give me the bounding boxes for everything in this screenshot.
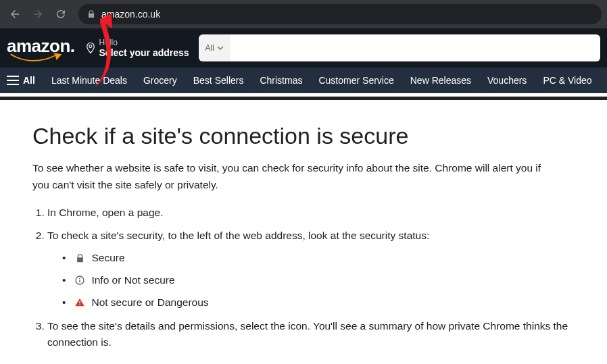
nav-pc-video[interactable]: PC & Video: [543, 75, 591, 86]
step-1: In Chrome, open a page.: [47, 205, 575, 222]
search-category-label: All: [205, 43, 214, 53]
svg-rect-4: [80, 305, 80, 305]
status-secure: • Secure: [62, 250, 575, 267]
info-icon: [74, 274, 86, 286]
article-lead: To see whether a website is safe to visi…: [32, 160, 546, 194]
back-button[interactable]: [5, 5, 24, 24]
nav-christmas[interactable]: Christmas: [260, 75, 302, 86]
browser-toolbar: amazon.co.uk: [0, 0, 607, 28]
deliver-address: Select your address: [99, 47, 189, 58]
arrow-right-icon: [32, 8, 44, 20]
step-2-text: To check a site's security, to the left …: [47, 230, 429, 241]
nav-new-releases[interactable]: New Releases: [410, 75, 471, 86]
search-bar: All: [199, 34, 600, 61]
url-text: amazon.co.uk: [101, 9, 160, 20]
address-bar[interactable]: amazon.co.uk: [78, 4, 602, 24]
status-info-label: Info or Not secure: [91, 272, 174, 289]
article-heading: Check if a site's connection is secure: [32, 123, 575, 149]
amazon-logo[interactable]: amazon.: [7, 36, 75, 61]
location-pin-icon: [84, 42, 97, 54]
amazon-swoosh-icon: [10, 53, 63, 62]
amazon-header: amazon. Hello Select your address All: [0, 28, 607, 68]
nav-grocery[interactable]: Grocery: [143, 75, 177, 86]
lock-icon: [87, 9, 96, 19]
lock-icon: [74, 253, 86, 265]
status-info: • Info or Not secure: [62, 272, 575, 289]
svg-point-1: [80, 278, 81, 280]
status-danger-label: Not secure or Dangerous: [91, 294, 208, 311]
bullet-icon: •: [62, 272, 66, 289]
nav-last-minute-deals[interactable]: Last Minute Deals: [51, 75, 127, 86]
divider: [0, 100, 607, 108]
step-3: To see the site's details and permission…: [47, 318, 575, 352]
deliver-hello: Hello: [99, 38, 189, 47]
nav-best-sellers[interactable]: Best Sellers: [193, 75, 244, 86]
bullet-icon: •: [62, 294, 66, 311]
reload-button[interactable]: [51, 5, 70, 24]
nav-all[interactable]: All: [7, 75, 35, 86]
amazon-nav: All Last Minute Deals Grocery Best Selle…: [0, 68, 607, 93]
nav-vouchers[interactable]: Vouchers: [487, 75, 527, 86]
arrow-left-icon: [9, 8, 21, 20]
reload-icon: [55, 8, 67, 20]
warning-triangle-icon: [74, 296, 86, 309]
steps-list: In Chrome, open a page. To check a site'…: [32, 205, 575, 352]
forward-button[interactable]: [28, 5, 47, 24]
bullet-icon: •: [62, 250, 66, 267]
help-article: Check if a site's connection is secure T…: [0, 108, 607, 364]
status-danger: • Not secure or Dangerous: [62, 294, 575, 311]
svg-rect-2: [80, 280, 80, 283]
nav-all-label: All: [23, 75, 35, 86]
deliver-to[interactable]: Hello Select your address: [84, 38, 189, 58]
caret-down-icon: [217, 45, 224, 51]
search-category-dropdown[interactable]: All: [199, 34, 230, 61]
nav-customer-service[interactable]: Customer Service: [318, 75, 393, 86]
status-list: • Secure • Info or Not secure • Not secu…: [47, 250, 575, 311]
status-secure-label: Secure: [91, 250, 124, 267]
search-input[interactable]: [230, 34, 600, 61]
svg-rect-3: [80, 301, 80, 303]
step-2: To check a site's security, to the left …: [47, 228, 575, 311]
hamburger-icon: [7, 76, 19, 85]
